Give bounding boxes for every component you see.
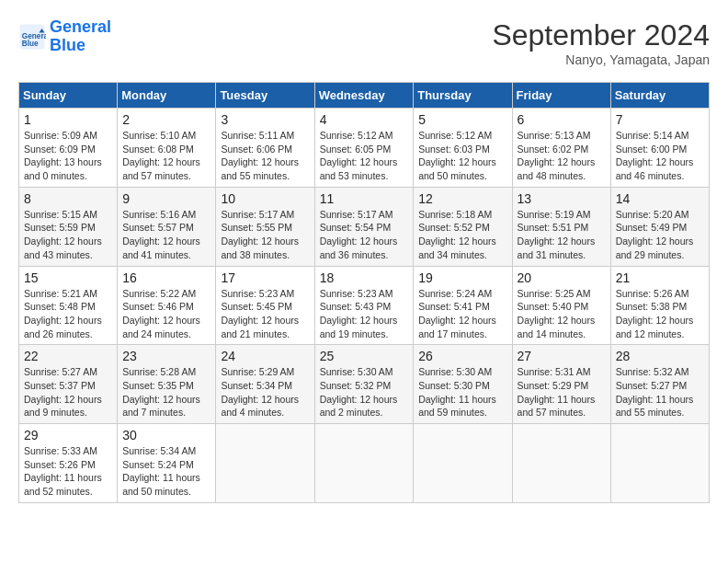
calendar-day-cell: 23Sunrise: 5:28 AM Sunset: 5:35 PM Dayli… xyxy=(118,345,216,424)
calendar-day-cell: 30Sunrise: 5:34 AM Sunset: 5:24 PM Dayli… xyxy=(118,424,216,503)
header-monday: Monday xyxy=(118,83,216,109)
day-info: Sunrise: 5:10 AM Sunset: 6:08 PM Dayligh… xyxy=(122,129,210,183)
day-info: Sunrise: 5:26 AM Sunset: 5:38 PM Dayligh… xyxy=(616,287,704,341)
calendar-day-cell: 26Sunrise: 5:30 AM Sunset: 5:30 PM Dayli… xyxy=(414,345,512,424)
day-info: Sunrise: 5:20 AM Sunset: 5:49 PM Dayligh… xyxy=(616,208,704,262)
logo-icon: General Blue xyxy=(18,23,46,51)
day-number: 27 xyxy=(518,349,606,363)
calendar-day-cell: 28Sunrise: 5:32 AM Sunset: 5:27 PM Dayli… xyxy=(610,345,709,424)
calendar-day-cell: 29Sunrise: 5:33 AM Sunset: 5:26 PM Dayli… xyxy=(19,424,118,503)
day-number: 2 xyxy=(122,112,210,127)
calendar-day-cell: 6Sunrise: 5:13 AM Sunset: 6:02 PM Daylig… xyxy=(512,109,610,188)
svg-text:Blue: Blue xyxy=(22,40,39,48)
header-saturday: Saturday xyxy=(610,83,709,109)
day-number: 18 xyxy=(320,270,409,285)
day-number: 28 xyxy=(616,349,704,363)
calendar-day-cell: 2Sunrise: 5:10 AM Sunset: 6:08 PM Daylig… xyxy=(118,109,216,188)
calendar-day-cell xyxy=(414,424,512,503)
day-number: 12 xyxy=(418,191,506,206)
calendar-week-row: 15Sunrise: 5:21 AM Sunset: 5:48 PM Dayli… xyxy=(19,266,710,345)
day-number: 16 xyxy=(122,270,210,285)
day-number: 7 xyxy=(616,112,704,127)
calendar-day-cell: 4Sunrise: 5:12 AM Sunset: 6:05 PM Daylig… xyxy=(314,109,414,188)
day-number: 25 xyxy=(320,349,409,363)
calendar-day-cell: 11Sunrise: 5:17 AM Sunset: 5:54 PM Dayli… xyxy=(314,187,414,266)
calendar-day-cell: 3Sunrise: 5:11 AM Sunset: 6:06 PM Daylig… xyxy=(216,109,314,188)
calendar-day-cell: 5Sunrise: 5:12 AM Sunset: 6:03 PM Daylig… xyxy=(414,109,512,188)
header-sunday: Sunday xyxy=(19,83,118,109)
day-info: Sunrise: 5:12 AM Sunset: 6:03 PM Dayligh… xyxy=(418,129,506,183)
day-number: 26 xyxy=(418,349,506,363)
calendar-day-cell: 24Sunrise: 5:29 AM Sunset: 5:34 PM Dayli… xyxy=(216,345,314,424)
day-info: Sunrise: 5:27 AM Sunset: 5:37 PM Dayligh… xyxy=(24,365,112,419)
day-info: Sunrise: 5:09 AM Sunset: 6:09 PM Dayligh… xyxy=(24,129,112,183)
day-info: Sunrise: 5:28 AM Sunset: 5:35 PM Dayligh… xyxy=(122,365,210,419)
day-number: 4 xyxy=(320,112,409,127)
day-number: 29 xyxy=(24,428,112,442)
day-info: Sunrise: 5:14 AM Sunset: 6:00 PM Dayligh… xyxy=(616,129,704,183)
day-info: Sunrise: 5:17 AM Sunset: 5:55 PM Dayligh… xyxy=(221,208,309,262)
title-block: September 2024 Nanyo, Yamagata, Japan xyxy=(492,18,710,67)
calendar-week-row: 29Sunrise: 5:33 AM Sunset: 5:26 PM Dayli… xyxy=(19,424,710,503)
calendar-day-cell: 20Sunrise: 5:25 AM Sunset: 5:40 PM Dayli… xyxy=(512,266,610,345)
location: Nanyo, Yamagata, Japan xyxy=(492,52,710,67)
calendar-day-cell: 1Sunrise: 5:09 AM Sunset: 6:09 PM Daylig… xyxy=(19,109,118,188)
calendar-day-cell xyxy=(216,424,314,503)
day-number: 19 xyxy=(418,270,506,285)
day-info: Sunrise: 5:12 AM Sunset: 6:05 PM Dayligh… xyxy=(320,129,409,183)
day-number: 24 xyxy=(221,349,309,363)
calendar-day-cell xyxy=(512,424,610,503)
day-info: Sunrise: 5:21 AM Sunset: 5:48 PM Dayligh… xyxy=(24,287,112,341)
month-title: September 2024 xyxy=(492,18,710,52)
day-info: Sunrise: 5:33 AM Sunset: 5:26 PM Dayligh… xyxy=(24,444,112,499)
day-number: 13 xyxy=(518,191,606,206)
day-info: Sunrise: 5:24 AM Sunset: 5:41 PM Dayligh… xyxy=(418,287,506,341)
calendar-header-row: SundayMondayTuesdayWednesdayThursdayFrid… xyxy=(19,83,710,109)
day-number: 5 xyxy=(418,112,506,127)
calendar-day-cell: 17Sunrise: 5:23 AM Sunset: 5:45 PM Dayli… xyxy=(216,266,314,345)
calendar-day-cell: 25Sunrise: 5:30 AM Sunset: 5:32 PM Dayli… xyxy=(314,345,414,424)
day-info: Sunrise: 5:34 AM Sunset: 5:24 PM Dayligh… xyxy=(122,444,210,499)
calendar-day-cell xyxy=(314,424,414,503)
day-info: Sunrise: 5:29 AM Sunset: 5:34 PM Dayligh… xyxy=(221,365,309,419)
day-number: 3 xyxy=(221,112,309,127)
calendar-day-cell: 13Sunrise: 5:19 AM Sunset: 5:51 PM Dayli… xyxy=(512,187,610,266)
day-info: Sunrise: 5:18 AM Sunset: 5:52 PM Dayligh… xyxy=(418,208,506,262)
day-info: Sunrise: 5:30 AM Sunset: 5:30 PM Dayligh… xyxy=(418,365,506,419)
header-tuesday: Tuesday xyxy=(216,83,314,109)
calendar-day-cell: 14Sunrise: 5:20 AM Sunset: 5:49 PM Dayli… xyxy=(610,187,709,266)
calendar-day-cell: 19Sunrise: 5:24 AM Sunset: 5:41 PM Dayli… xyxy=(414,266,512,345)
calendar-day-cell: 22Sunrise: 5:27 AM Sunset: 5:37 PM Dayli… xyxy=(19,345,118,424)
calendar-day-cell: 12Sunrise: 5:18 AM Sunset: 5:52 PM Dayli… xyxy=(414,187,512,266)
day-number: 14 xyxy=(616,191,704,206)
day-info: Sunrise: 5:30 AM Sunset: 5:32 PM Dayligh… xyxy=(320,365,409,419)
day-number: 23 xyxy=(122,349,210,363)
day-number: 17 xyxy=(221,270,309,285)
day-number: 8 xyxy=(24,191,112,206)
calendar-week-row: 8Sunrise: 5:15 AM Sunset: 5:59 PM Daylig… xyxy=(19,187,710,266)
calendar-day-cell: 8Sunrise: 5:15 AM Sunset: 5:59 PM Daylig… xyxy=(19,187,118,266)
day-number: 15 xyxy=(24,270,112,285)
calendar-day-cell: 27Sunrise: 5:31 AM Sunset: 5:29 PM Dayli… xyxy=(512,345,610,424)
day-number: 20 xyxy=(518,270,606,285)
calendar-day-cell: 9Sunrise: 5:16 AM Sunset: 5:57 PM Daylig… xyxy=(118,187,216,266)
calendar-day-cell: 21Sunrise: 5:26 AM Sunset: 5:38 PM Dayli… xyxy=(610,266,709,345)
calendar-day-cell: 7Sunrise: 5:14 AM Sunset: 6:00 PM Daylig… xyxy=(610,109,709,188)
day-info: Sunrise: 5:13 AM Sunset: 6:02 PM Dayligh… xyxy=(518,129,606,183)
day-number: 6 xyxy=(518,112,606,127)
day-number: 21 xyxy=(616,270,704,285)
day-number: 9 xyxy=(122,191,210,206)
page-header: General Blue GeneralBlue September 2024 … xyxy=(18,18,710,67)
day-number: 1 xyxy=(24,112,112,127)
day-info: Sunrise: 5:22 AM Sunset: 5:46 PM Dayligh… xyxy=(122,287,210,341)
header-wednesday: Wednesday xyxy=(314,83,414,109)
day-info: Sunrise: 5:23 AM Sunset: 5:43 PM Dayligh… xyxy=(320,287,409,341)
logo: General Blue GeneralBlue xyxy=(18,18,111,55)
header-friday: Friday xyxy=(512,83,610,109)
calendar-week-row: 1Sunrise: 5:09 AM Sunset: 6:09 PM Daylig… xyxy=(19,109,710,188)
day-number: 10 xyxy=(221,191,309,206)
day-info: Sunrise: 5:19 AM Sunset: 5:51 PM Dayligh… xyxy=(518,208,606,262)
day-info: Sunrise: 5:17 AM Sunset: 5:54 PM Dayligh… xyxy=(320,208,409,262)
day-info: Sunrise: 5:15 AM Sunset: 5:59 PM Dayligh… xyxy=(24,208,112,262)
day-info: Sunrise: 5:16 AM Sunset: 5:57 PM Dayligh… xyxy=(122,208,210,262)
